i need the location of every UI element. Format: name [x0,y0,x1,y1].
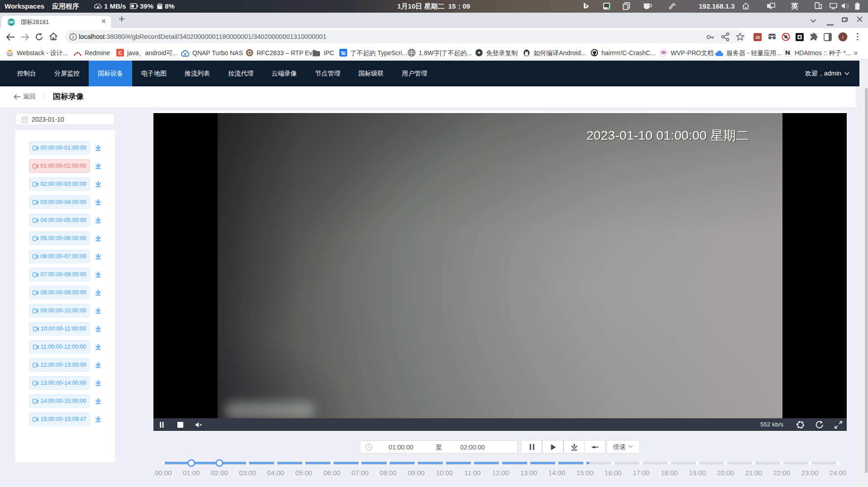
svg-text:24:00: 24:00 [830,469,847,477]
svg-text:12:00: 12:00 [492,469,509,477]
svg-text:22:00: 22:00 [773,469,791,477]
svg-text:08:00: 08:00 [380,469,397,477]
svg-text:20:00: 20:00 [717,469,734,477]
svg-text:05:00: 05:00 [295,469,312,477]
svg-text:C: C [119,50,122,56]
svg-text:21:00: 21:00 [745,469,762,477]
svg-text:18:00: 18:00 [661,469,678,477]
svg-text:06:00: 06:00 [324,469,341,477]
svg-text:00:00: 00:00 [155,469,172,477]
svg-text:10:00: 10:00 [436,469,453,477]
svg-text:01:00: 01:00 [183,469,200,477]
svg-text:13:00: 13:00 [520,469,537,477]
svg-text:15:00: 15:00 [577,469,594,477]
svg-text:09:00: 09:00 [408,469,425,477]
svg-text:02:00: 02:00 [211,469,228,477]
svg-text:17:00: 17:00 [633,469,650,477]
svg-text:19:00: 19:00 [689,469,706,477]
svg-text:16:00: 16:00 [605,469,622,477]
svg-text:04:00: 04:00 [267,469,284,477]
svg-text:14:00: 14:00 [548,469,566,477]
svg-text:知: 知 [340,50,346,56]
svg-text:JS: JS [755,35,760,40]
svg-text:03:00: 03:00 [239,469,256,477]
svg-text:23:00: 23:00 [801,469,819,477]
svg-text:11:00: 11:00 [464,469,481,477]
svg-text:I: I [842,34,844,40]
svg-text:07:00: 07:00 [352,469,369,477]
